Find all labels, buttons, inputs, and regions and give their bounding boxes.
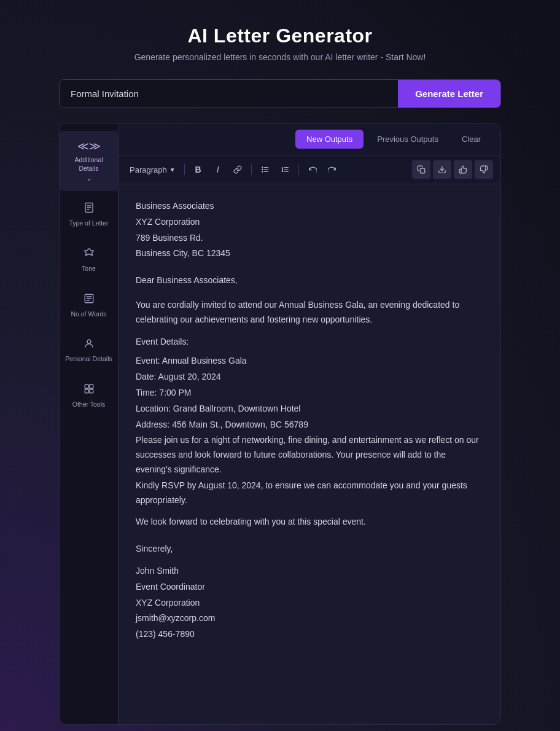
search-input[interactable] (60, 80, 398, 108)
download-icon (438, 165, 446, 174)
copy-button[interactable] (412, 160, 430, 179)
page-title: AI Letter Generator (134, 25, 426, 47)
no-of-words-icon (84, 293, 95, 307)
paragraph-dropdown-icon: ▼ (169, 166, 176, 173)
other-tools-icon (84, 383, 95, 397)
event-address: Address: 456 Main St., Downtown, BC 5678… (136, 418, 483, 432)
toolbar-divider-1 (184, 164, 185, 175)
letter-address-block: Business Associates XYZ Corporation 789 … (136, 199, 483, 261)
letter-event-header: Event Details: (136, 335, 483, 350)
letter-body-1: You are cordially invited to attend our … (136, 298, 483, 327)
sidebar-item-no-of-words[interactable]: No.of Words (60, 284, 118, 327)
sidebar-item-other-tools[interactable]: Other Tools (60, 375, 118, 418)
sig-phone: (123) 456-7890 (136, 627, 483, 642)
letter-greeting: Dear Business Associates, (136, 273, 483, 288)
redo-button[interactable] (324, 161, 341, 178)
sidebar-label-additional-details: Additional Details (64, 156, 113, 173)
output-toolbar: New Outputs Previous Outputs Clear (119, 123, 500, 155)
svg-point-8 (87, 340, 91, 343)
sidebar-item-personal-details[interactable]: Personal Details (60, 329, 118, 372)
undo-button[interactable] (304, 161, 321, 178)
search-bar: Generate Letter (59, 79, 501, 108)
toolbar-divider-2 (251, 164, 252, 175)
content-area: New Outputs Previous Outputs Clear Parag… (119, 123, 500, 724)
paragraph-label: Paragraph (130, 165, 167, 174)
sig-title: Event Coordinator (136, 580, 483, 595)
event-time: Time: 7:00 PM (136, 386, 483, 401)
sidebar-label-personal-details: Personal Details (65, 355, 112, 364)
copy-icon (417, 165, 426, 174)
additional-details-icon: ≪≫ (77, 139, 101, 153)
ordered-list-icon (281, 165, 289, 174)
event-name: Event: Annual Business Gala (136, 354, 483, 369)
svg-point-16 (262, 167, 262, 168)
bullet-list-icon (261, 165, 270, 174)
tone-icon (84, 248, 95, 262)
svg-point-17 (262, 169, 262, 170)
letter-sign-off: Sincerely, (136, 542, 483, 557)
personal-details-icon (84, 338, 95, 352)
sidebar-item-additional-details[interactable]: ≪≫ Additional Details ⌄ (60, 131, 118, 191)
address-line-1: Business Associates (136, 199, 483, 214)
italic-button[interactable]: I (209, 161, 227, 178)
event-details-list: Event: Annual Business Gala Date: August… (136, 354, 483, 477)
download-button[interactable] (433, 160, 451, 179)
chevron-down-icon: ⌄ (86, 174, 92, 182)
sidebar-item-tone[interactable]: Tone (60, 239, 118, 282)
svg-point-18 (262, 171, 262, 172)
sig-email: jsmith@xyzcorp.com (136, 611, 483, 626)
generate-letter-button[interactable]: Generate Letter (398, 80, 500, 108)
svg-rect-10 (89, 385, 93, 388)
sidebar-label-tone: Tone (82, 265, 96, 273)
letter-signature: John Smith Event Coordinator XYZ Corpora… (136, 564, 483, 642)
page-subtitle: Generate personalized letters in seconds… (134, 52, 426, 62)
svg-rect-12 (89, 389, 93, 393)
new-outputs-tab[interactable]: New Outputs (295, 130, 364, 149)
thumbs-up-icon (459, 165, 467, 174)
editor-toolbar: Paragraph ▼ B I (119, 155, 500, 184)
address-line-3: 789 Business Rd. (136, 231, 483, 246)
bold-button[interactable]: B (190, 161, 207, 178)
previous-outputs-tab[interactable]: Previous Outputs (366, 130, 449, 149)
undo-icon (308, 165, 317, 174)
sidebar-label-other-tools: Other Tools (72, 401, 106, 409)
sidebar-label-no-of-words: No.of Words (71, 310, 106, 319)
event-description: Please join us for a night of networking… (136, 433, 483, 477)
svg-rect-9 (85, 385, 88, 388)
sidebar: ≪≫ Additional Details ⌄ Type of Letter T… (60, 123, 119, 724)
main-container: ≪≫ Additional Details ⌄ Type of Letter T… (59, 123, 501, 725)
paragraph-format-select[interactable]: Paragraph ▼ (126, 163, 179, 177)
letter-rsvp: Kindly RSVP by August 10, 2024, to ensur… (136, 479, 483, 508)
link-icon (233, 165, 242, 174)
type-of-letter-icon (84, 202, 95, 216)
link-button[interactable] (229, 161, 246, 178)
bullet-list-button[interactable] (257, 161, 274, 178)
redo-icon (328, 165, 336, 174)
sign-off-text: Sincerely, (136, 542, 483, 557)
event-location: Location: Grand Ballroom, Downtown Hotel (136, 402, 483, 416)
toolbar-divider-3 (298, 164, 299, 175)
letter-content[interactable]: Business Associates XYZ Corporation 789 … (119, 184, 500, 724)
thumbs-up-button[interactable] (454, 160, 472, 179)
clear-button[interactable]: Clear (452, 130, 491, 149)
sig-name: John Smith (136, 564, 483, 579)
event-date: Date: August 20, 2024 (136, 370, 483, 385)
thumbs-down-button[interactable] (475, 160, 493, 179)
ordered-list-button[interactable] (276, 161, 294, 178)
page-header: AI Letter Generator Generate personalize… (134, 25, 426, 62)
letter-closing-line: We look forward to celebrating with you … (136, 515, 483, 530)
toolbar-actions (412, 160, 493, 179)
address-line-2: XYZ Corporation (136, 215, 483, 230)
sig-company: XYZ Corporation (136, 596, 483, 611)
sidebar-item-type-of-letter[interactable]: Type of Letter (60, 194, 118, 237)
sidebar-label-type-of-letter: Type of Letter (69, 219, 108, 228)
svg-rect-22 (420, 168, 425, 173)
address-line-4: Business City, BC 12345 (136, 246, 483, 261)
thumbs-down-icon (480, 165, 488, 174)
svg-rect-11 (85, 389, 88, 393)
